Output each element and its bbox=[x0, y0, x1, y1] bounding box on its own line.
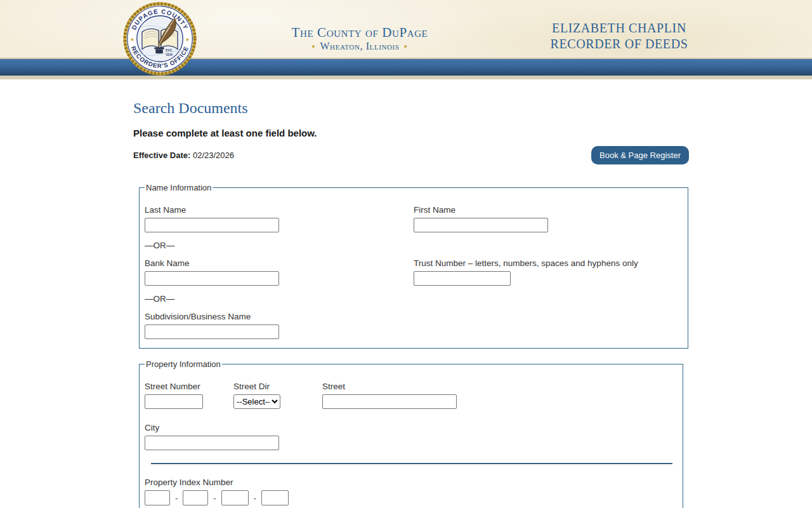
effective-date-row: Effective Date: 02/23/2026 Book & Page R… bbox=[133, 150, 691, 160]
page-title: Search Documents bbox=[133, 100, 812, 117]
subdivision-business-name-label: Subdivision/Business Name bbox=[145, 312, 683, 321]
last-name-label: Last Name bbox=[145, 205, 414, 215]
first-name-input[interactable] bbox=[414, 218, 548, 232]
county-subtitle: Wheaton, Illinois bbox=[320, 41, 399, 51]
pin-part-4-input[interactable] bbox=[261, 490, 289, 505]
city-label: City bbox=[145, 423, 678, 432]
seal-star-left-icon: ★ bbox=[130, 37, 134, 43]
subdivision-business-name-input[interactable] bbox=[145, 324, 279, 339]
seal-est-text: EST. bbox=[166, 48, 173, 52]
book-page-register-button[interactable]: Book & Page Register bbox=[591, 146, 689, 164]
pin-part-3-input[interactable] bbox=[221, 490, 249, 505]
seal-star-right-icon: ★ bbox=[185, 37, 190, 43]
pin-separator: - bbox=[254, 493, 256, 503]
city-input[interactable] bbox=[145, 436, 279, 450]
street-dir-select[interactable]: --Select-- bbox=[233, 394, 280, 409]
recorder-seal-icon: EST. 1839 DUPAGE COUNTY RECORDER'S OFFIC… bbox=[123, 2, 197, 76]
street-label: Street bbox=[322, 382, 457, 391]
effective-date-value: 02/23/2026 bbox=[193, 150, 234, 160]
gold-dot-right-icon: ● bbox=[404, 43, 408, 50]
seal-est-year: 1839 bbox=[166, 53, 173, 57]
property-index-number-label: Property Index Number bbox=[145, 478, 678, 487]
instruction-text: Please complete at least one field below… bbox=[133, 128, 812, 138]
name-information-legend: Name Information bbox=[145, 183, 213, 192]
official-header-block: ELIZABETH CHAPLIN RECORDER OF DEEDS bbox=[511, 20, 727, 52]
pin-part-2-input[interactable] bbox=[183, 490, 208, 505]
or-separator: —OR— bbox=[145, 241, 683, 250]
gold-dot-left-icon: ● bbox=[311, 43, 315, 50]
first-name-label: First Name bbox=[414, 205, 683, 215]
effective-date-label: Effective Date: bbox=[133, 150, 190, 160]
official-title: RECORDER OF DEEDS bbox=[511, 36, 727, 52]
section-divider bbox=[151, 463, 672, 464]
street-number-input[interactable] bbox=[145, 394, 203, 409]
property-information-legend: Property Information bbox=[145, 359, 222, 369]
street-dir-label: Street Dir bbox=[233, 382, 322, 391]
property-information-section: Property Information Street Number Stree… bbox=[139, 359, 683, 508]
or-separator: —OR— bbox=[145, 294, 683, 304]
last-name-input[interactable] bbox=[145, 218, 279, 232]
trust-number-label: Trust Number – letters, numbers, spaces … bbox=[414, 258, 683, 268]
pin-part-1-input[interactable] bbox=[145, 490, 170, 505]
street-input[interactable] bbox=[322, 394, 457, 409]
site-header: EST. 1839 DUPAGE COUNTY RECORDER'S OFFIC… bbox=[0, 0, 812, 59]
pin-separator: - bbox=[213, 493, 216, 503]
bank-name-input[interactable] bbox=[145, 271, 279, 286]
official-name: ELIZABETH CHAPLIN bbox=[511, 20, 727, 36]
main-navbar bbox=[0, 59, 812, 79]
county-header-block: The County of DuPage ●Wheaton, Illinois● bbox=[252, 25, 468, 52]
street-number-label: Street Number bbox=[145, 382, 233, 391]
name-information-section: Name Information Last Name First Name —O… bbox=[139, 183, 688, 349]
county-seal-logo[interactable]: EST. 1839 DUPAGE COUNTY RECORDER'S OFFIC… bbox=[123, 2, 197, 76]
main-content: Search Documents Please complete at leas… bbox=[0, 100, 812, 508]
county-title: The County of DuPage bbox=[252, 25, 468, 39]
trust-number-input[interactable] bbox=[414, 271, 511, 286]
pin-separator: - bbox=[175, 493, 178, 503]
bank-name-label: Bank Name bbox=[145, 258, 414, 268]
